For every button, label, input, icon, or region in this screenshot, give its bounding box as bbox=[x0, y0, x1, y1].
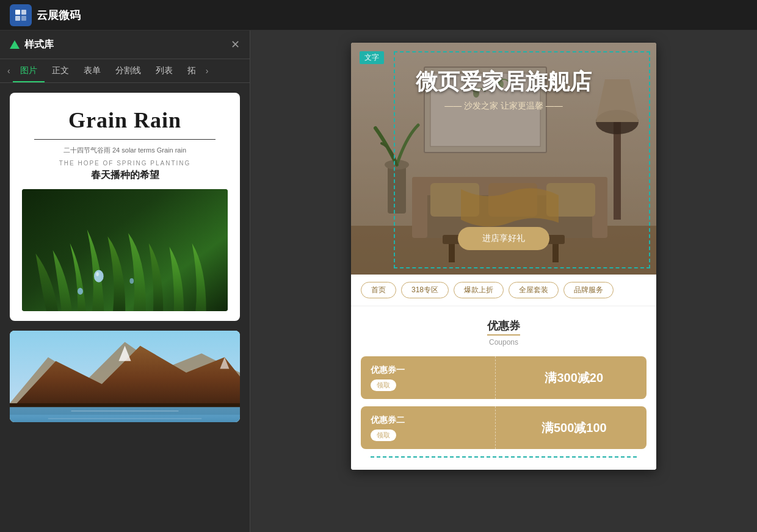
logo-icon bbox=[10, 4, 32, 26]
svg-rect-13 bbox=[10, 407, 240, 422]
nav-tab-318[interactable]: 318专区 bbox=[401, 282, 449, 298]
coupon-divider-2 bbox=[490, 406, 502, 449]
tab-list[interactable]: 列表 bbox=[148, 59, 180, 82]
preview-image-mountain bbox=[10, 331, 240, 422]
hero-title: 微页爱家居旗舰店 bbox=[351, 67, 656, 97]
coupon-right-1: 满300减20 bbox=[502, 356, 647, 399]
coupon-amount-2: 满500减100 bbox=[541, 420, 607, 436]
card-title: Grain Rain bbox=[22, 107, 228, 133]
panel-close-button[interactable]: ✕ bbox=[231, 38, 240, 51]
coupon-sub: Coupons bbox=[361, 338, 647, 347]
panel-title: 样式库 bbox=[24, 38, 54, 51]
tab-left-arrow[interactable]: ‹ bbox=[5, 61, 13, 81]
coupon-heading: 优惠券 bbox=[487, 318, 520, 336]
main-layout: 样式库 ✕ ‹ 图片 正文 表单 分割线 列表 拓 › bbox=[0, 31, 757, 532]
tab-image[interactable]: 图片 bbox=[13, 59, 45, 82]
tab-right-arrow[interactable]: › bbox=[203, 61, 211, 81]
text-badge: 文字 bbox=[360, 51, 384, 64]
style-card-grain-rain[interactable]: Grain Rain 二十四节气谷雨 24 solar terms Grain … bbox=[10, 93, 240, 321]
svg-point-7 bbox=[78, 288, 83, 295]
coupon-receive-btn-1[interactable]: 领取 bbox=[371, 379, 396, 391]
coupon-right-2: 满500减100 bbox=[502, 406, 647, 449]
coupon-name-1: 优惠券一 bbox=[371, 365, 480, 376]
logo-area: 云展微码 bbox=[10, 4, 81, 26]
coupon-divider-1 bbox=[490, 356, 502, 399]
coupon-card-2: 优惠券二 领取 满500减100 bbox=[361, 406, 647, 449]
svg-point-6 bbox=[96, 272, 98, 276]
card-hope-en: THE HOPE OF SPRING PLANTING bbox=[22, 160, 228, 167]
coupon-card-1: 优惠券一 领取 满300减20 bbox=[361, 356, 647, 399]
panel-header: 样式库 ✕ bbox=[0, 31, 250, 59]
tab-text[interactable]: 正文 bbox=[45, 59, 76, 82]
tab-extra[interactable]: 拓 bbox=[180, 59, 203, 82]
svg-rect-3 bbox=[21, 16, 26, 21]
coupon-left-2: 优惠券二 领取 bbox=[361, 406, 490, 449]
svg-rect-1 bbox=[21, 10, 26, 15]
mobile-preview: 文字 微页爱家居旗舰店 —— 沙发之家 让家更温馨 —— 进店享好礼 首页 31… bbox=[351, 43, 656, 470]
coupon-left-1: 优惠券一 领取 bbox=[361, 356, 490, 399]
panel-title-area: 样式库 bbox=[10, 38, 54, 51]
style-card-mountain[interactable] bbox=[10, 331, 240, 422]
right-panel: 文字 微页爱家居旗舰店 —— 沙发之家 让家更温馨 —— 进店享好礼 首页 31… bbox=[250, 31, 757, 532]
svg-point-8 bbox=[129, 278, 134, 284]
card-subtitle: 二十四节气谷雨 24 solar terms Grain rain bbox=[22, 146, 228, 155]
svg-rect-0 bbox=[15, 10, 20, 15]
nav-tab-suite[interactable]: 全屋套装 bbox=[509, 282, 559, 298]
bottom-dashed-line bbox=[371, 456, 637, 458]
nav-tabs: 首页 318专区 爆款上折 全屋套装 品牌服务 bbox=[351, 275, 656, 306]
coupon-name-2: 优惠券二 bbox=[371, 415, 480, 426]
hero-subtitle: —— 沙发之家 让家更温馨 —— bbox=[351, 101, 656, 112]
tab-divider[interactable]: 分割线 bbox=[108, 59, 148, 82]
logo-text: 云展微码 bbox=[37, 8, 81, 23]
panel-content: Grain Rain 二十四节气谷雨 24 solar terms Grain … bbox=[0, 83, 250, 532]
nav-tab-brand[interactable]: 品牌服务 bbox=[563, 282, 614, 298]
triangle-icon bbox=[10, 40, 20, 49]
svg-rect-2 bbox=[15, 16, 20, 21]
left-panel: 样式库 ✕ ‹ 图片 正文 表单 分割线 列表 拓 › bbox=[0, 31, 250, 532]
top-bar: 云展微码 bbox=[0, 0, 757, 31]
card-divider bbox=[34, 139, 216, 140]
coupon-amount-1: 满300减20 bbox=[545, 370, 603, 386]
card-image-grass bbox=[22, 189, 228, 311]
nav-tab-hot[interactable]: 爆款上折 bbox=[454, 282, 504, 298]
tab-form[interactable]: 表单 bbox=[76, 59, 108, 82]
coupon-section: 优惠券 Coupons 优惠券一 领取 满300减20 bbox=[351, 306, 656, 470]
svg-point-5 bbox=[94, 270, 104, 282]
tabs-navigation: ‹ 图片 正文 表单 分割线 列表 拓 › bbox=[0, 59, 250, 83]
coupon-receive-btn-2[interactable]: 领取 bbox=[371, 430, 396, 441]
coupon-heading-wrap: 优惠券 bbox=[361, 318, 647, 336]
hero-cta-button[interactable]: 进店享好礼 bbox=[458, 227, 549, 250]
nav-tab-home[interactable]: 首页 bbox=[361, 282, 396, 298]
card-hope-cn: 春天播种的希望 bbox=[22, 169, 228, 182]
hero-section: 文字 微页爱家居旗舰店 —— 沙发之家 让家更温馨 —— 进店享好礼 bbox=[351, 43, 656, 275]
